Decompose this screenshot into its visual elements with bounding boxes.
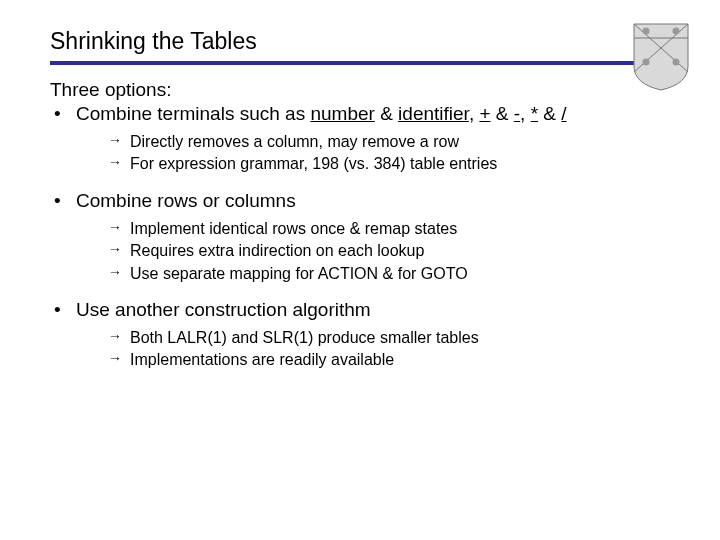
sub-list-item: Requires extra indirection on each looku…	[108, 240, 670, 262]
svg-point-5	[643, 59, 650, 66]
sub-list-item: For expression grammar, 198 (vs. 384) ta…	[108, 153, 670, 175]
sub-list-item: Use separate mapping for ACTION & for GO…	[108, 263, 670, 285]
svg-point-6	[673, 59, 680, 66]
list-item: Combine terminals such as number & ident…	[50, 103, 670, 176]
sub-list: Implement identical rows once & remap st…	[76, 218, 670, 285]
title-rule	[50, 61, 670, 65]
sub-list-item: Both LALR(1) and SLR(1) produce smaller …	[108, 327, 670, 349]
main-list: Combine terminals such as number & ident…	[50, 103, 670, 372]
sub-list-item: Implementations are readily available	[108, 349, 670, 371]
sub-list: Both LALR(1) and SLR(1) produce smaller …	[76, 327, 670, 372]
list-item-text: Combine rows or columns	[76, 190, 296, 211]
sub-list: Directly removes a column, may remove a …	[76, 131, 670, 176]
intro-text: Three options:	[50, 79, 670, 101]
list-item: Combine rows or columnsImplement identic…	[50, 190, 670, 285]
svg-point-4	[673, 28, 680, 35]
sub-list-item: Implement identical rows once & remap st…	[108, 218, 670, 240]
crest-icon	[632, 22, 690, 92]
list-item: Use another construction algorithmBoth L…	[50, 299, 670, 372]
list-item-text: Combine terminals such as number & ident…	[76, 103, 567, 124]
sub-list-item: Directly removes a column, may remove a …	[108, 131, 670, 153]
svg-point-3	[643, 28, 650, 35]
slide-title: Shrinking the Tables	[50, 28, 670, 55]
list-item-text: Use another construction algorithm	[76, 299, 371, 320]
